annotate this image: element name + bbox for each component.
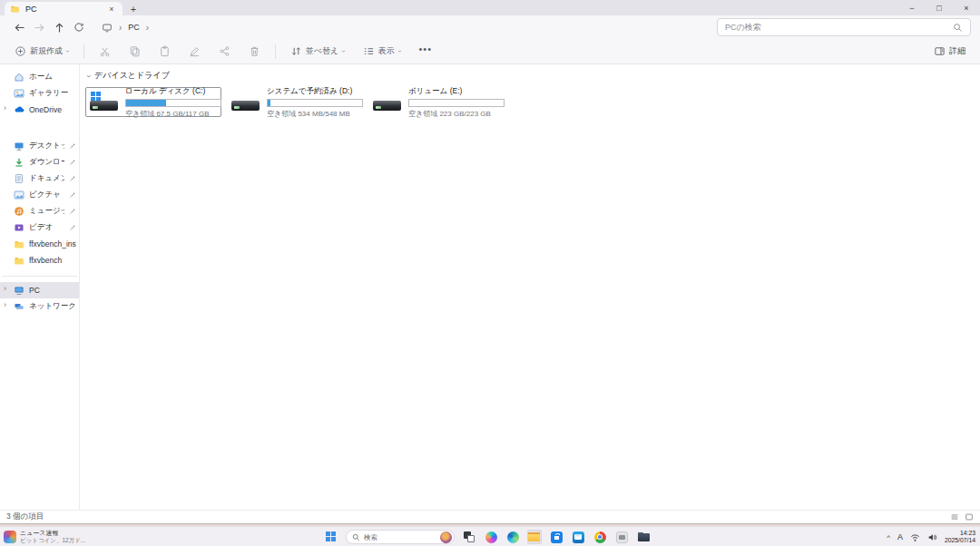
- navigation-pane: ホーム ギャラリー › OneDrive デスクトップ: [0, 64, 80, 510]
- sidebar-item-videos[interactable]: ビデオ: [0, 219, 79, 236]
- drive-free-space: 空き領域 67.5 GB/117 GB: [125, 109, 218, 119]
- folder-icon: [10, 4, 21, 15]
- tray-time: 14:23: [960, 530, 975, 536]
- sidebar-item-pc[interactable]: › PC: [0, 282, 79, 298]
- see-more-button[interactable]: •••: [415, 44, 436, 59]
- large-thumbnails-view-toggle-icon[interactable]: [965, 512, 974, 522]
- details-pane-button[interactable]: 詳細: [930, 44, 969, 59]
- details-view-toggle-icon[interactable]: [950, 512, 959, 522]
- explorer-tab[interactable]: PC ×: [5, 2, 122, 15]
- search-input[interactable]: [725, 23, 953, 32]
- new-button[interactable]: 新規作成 ›: [11, 44, 73, 59]
- chevron-right-icon[interactable]: ›: [4, 103, 6, 112]
- content-area: › デバイスとドライブ ローカル ディスク (C:) 空き領域 67.5 GB/…: [80, 64, 980, 510]
- sort-button[interactable]: 並べ替え ›: [287, 44, 348, 59]
- rename-button: [185, 44, 204, 59]
- sidebar-item-label: ネットワーク: [29, 301, 76, 312]
- sidebar-item-label: ビデオ: [29, 222, 53, 233]
- sidebar-item-label: OneDrive: [29, 105, 62, 114]
- sidebar-item-label: ピクチャ: [29, 190, 61, 200]
- sidebar-item-documents[interactable]: ドキュメント: [0, 171, 79, 187]
- chevron-down-icon: ›: [396, 50, 404, 53]
- clock[interactable]: 14:23 2025/07/14: [945, 530, 975, 544]
- copilot-icon[interactable]: [484, 530, 498, 544]
- sidebar-item-music[interactable]: ミュージック: [0, 203, 79, 219]
- file-explorer-icon[interactable]: [527, 530, 542, 544]
- sidebar-item-label: ドキュメント: [29, 173, 64, 184]
- forward-button[interactable]: [29, 17, 49, 37]
- sort-button-label: 並べ替え: [306, 45, 338, 57]
- view-button-label: 表示: [378, 45, 395, 57]
- widget-headline: ニュース速報: [20, 530, 85, 537]
- breadcrumb: › PC ›: [102, 22, 149, 33]
- minimize-button[interactable]: −: [898, 0, 926, 15]
- search-highlight-image[interactable]: [440, 531, 452, 543]
- view-button[interactable]: 表示 ›: [359, 44, 405, 59]
- back-button[interactable]: [9, 17, 29, 37]
- sidebar-divider: [2, 276, 77, 277]
- chevron-down-icon: ›: [64, 50, 72, 53]
- file-explorer-window: PC × + − □ × › PC ›: [0, 0, 980, 524]
- sidebar-item-label: デスクトップ: [29, 141, 64, 151]
- desktop-icon: [14, 141, 24, 151]
- search-box: [717, 18, 971, 36]
- tab-close-icon[interactable]: ×: [106, 5, 117, 14]
- breadcrumb-item-pc[interactable]: PC: [128, 23, 140, 32]
- chevron-down-icon[interactable]: ›: [84, 74, 93, 77]
- devices-and-drives-header[interactable]: › デバイスとドライブ: [87, 70, 973, 82]
- volume-icon[interactable]: [927, 532, 937, 542]
- taskbar: ニュース速報 ビットコイン、12万ド... ^ A: [0, 526, 980, 546]
- sidebar-item-onedrive[interactable]: › OneDrive: [0, 102, 79, 118]
- chrome-icon[interactable]: [593, 530, 607, 544]
- microsoft-store-icon[interactable]: [549, 530, 564, 544]
- taskbar-center: [324, 527, 651, 546]
- breadcrumb-separator[interactable]: ›: [146, 23, 149, 33]
- sidebar-item-label: ホーム: [29, 72, 53, 83]
- close-button[interactable]: ×: [953, 0, 980, 15]
- ime-indicator[interactable]: A: [897, 532, 903, 541]
- widgets-button[interactable]: ニュース速報 ビットコイン、12万ド...: [4, 528, 85, 546]
- up-button[interactable]: [49, 17, 69, 37]
- item-count: 3 個の項目: [6, 512, 44, 522]
- drive-local-disk-c[interactable]: ローカル ディスク (C:) 空き領域 67.5 GB/117 GB: [85, 87, 221, 117]
- remote-desktop-icon[interactable]: [614, 530, 629, 544]
- drive-volume-e[interactable]: ボリューム (E:) 空き領域 223 GB/223 GB: [368, 87, 505, 117]
- drive-system-reserved-d[interactable]: システムで予約済み (D:) 空き領域 534 MB/548 MB: [227, 87, 363, 117]
- videos-icon: [14, 222, 24, 233]
- sidebar-item-folder[interactable]: ffxvbench: [0, 252, 79, 268]
- hidden-icons-button[interactable]: ^: [887, 533, 890, 541]
- wifi-icon[interactable]: [910, 532, 920, 542]
- widget-subheadline: ビットコイン、12万ド...: [20, 537, 85, 544]
- pin-icon: [69, 208, 76, 215]
- task-view-button[interactable]: [462, 530, 476, 544]
- edge-icon[interactable]: [505, 530, 520, 544]
- maximize-button[interactable]: □: [926, 0, 953, 15]
- taskbar-search-box[interactable]: [346, 530, 455, 544]
- chevron-right-icon[interactable]: ›: [4, 300, 6, 309]
- sidebar-item-folder[interactable]: ffxvbench_installer: [0, 236, 79, 252]
- sidebar-item-downloads[interactable]: ダウンロード: [0, 154, 79, 171]
- copy-button: [125, 44, 144, 59]
- sidebar-item-label: ダウンロード: [29, 157, 64, 168]
- this-pc-icon: [102, 22, 113, 33]
- refresh-button[interactable]: [69, 17, 89, 37]
- outlook-icon[interactable]: [571, 530, 585, 544]
- toolbar-divider: [83, 44, 84, 59]
- hard-drive-icon: [230, 92, 261, 113]
- dark-folder-app-icon[interactable]: [636, 530, 651, 544]
- chevron-right-icon[interactable]: ›: [4, 284, 6, 293]
- sidebar-item-gallery[interactable]: ギャラリー: [0, 85, 79, 102]
- new-tab-button[interactable]: +: [126, 4, 141, 15]
- sidebar-item-pictures[interactable]: ピクチャ: [0, 187, 79, 203]
- titlebar: PC × + − □ ×: [0, 0, 980, 15]
- system-tray: ^ A 14:23 2025/07/14: [887, 527, 975, 546]
- sidebar-item-network[interactable]: › ネットワーク: [0, 298, 79, 315]
- start-button[interactable]: [324, 530, 338, 544]
- ellipsis-icon: •••: [418, 44, 432, 54]
- new-button-label: 新規作成: [30, 45, 63, 57]
- taskbar-search-input[interactable]: [364, 533, 436, 541]
- network-icon: [14, 301, 24, 312]
- sidebar-item-desktop[interactable]: デスクトップ: [0, 138, 79, 154]
- sidebar-item-home[interactable]: ホーム: [0, 69, 79, 85]
- drive-usage-bar: [267, 99, 363, 107]
